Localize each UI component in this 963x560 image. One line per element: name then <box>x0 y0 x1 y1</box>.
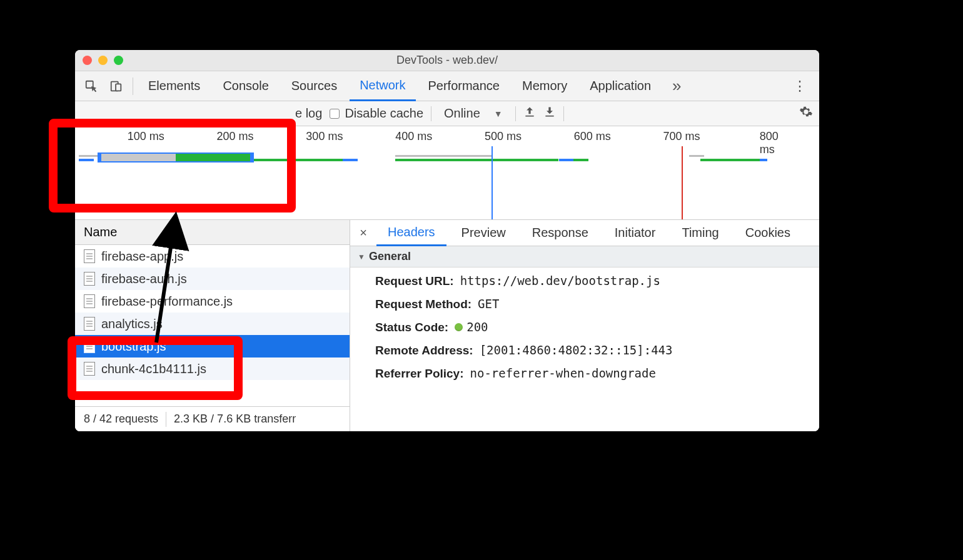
tab-application[interactable]: Application <box>580 71 661 101</box>
gear-icon[interactable] <box>799 105 813 122</box>
status-transfer: 2.3 KB / 7.6 KB transferr <box>174 412 296 426</box>
kv-key: Remote Address: <box>375 344 473 358</box>
detail-tab-response[interactable]: Response <box>521 220 600 246</box>
file-icon <box>84 294 95 308</box>
file-icon <box>84 317 95 331</box>
request-row[interactable]: firebase-auth.js <box>75 268 350 290</box>
close-detail-icon[interactable]: × <box>354 226 373 240</box>
file-icon <box>84 272 95 286</box>
file-icon <box>84 339 95 353</box>
minimize-window-button[interactable] <box>98 56 108 65</box>
zoom-window-button[interactable] <box>114 56 123 65</box>
general-kv-list: Request URL: https://web.dev/bootstrap.j… <box>350 268 819 387</box>
inspect-element-icon[interactable] <box>80 75 103 98</box>
request-row[interactable]: firebase-performance.js <box>75 290 350 312</box>
kv-value: [2001:4860:4802:32::15]:443 <box>480 343 673 357</box>
tab-console[interactable]: Console <box>213 71 278 101</box>
kv-value: https://web.dev/bootstrap.js <box>460 274 660 288</box>
detail-tabs: × Headers Preview Response Initiator Tim… <box>350 220 819 246</box>
request-name: firebase-auth.js <box>101 272 187 286</box>
chevron-down-icon: ▼ <box>494 109 503 119</box>
separator <box>563 106 564 121</box>
download-har-icon[interactable] <box>543 106 556 121</box>
disable-cache-checkbox[interactable]: Disable cache <box>330 106 423 121</box>
traffic-lights <box>83 56 123 65</box>
tick-label: 100 ms <box>128 130 164 143</box>
overview-bars <box>75 146 819 219</box>
status-bar: 8 / 42 requests 2.3 KB / 7.6 KB transfer… <box>75 406 350 431</box>
tab-memory[interactable]: Memory <box>512 71 577 101</box>
section-title: General <box>369 250 411 263</box>
kv-value: 200 <box>455 320 488 334</box>
request-name: bootstrap.js <box>101 339 166 354</box>
separator <box>431 106 431 121</box>
separator <box>515 106 516 121</box>
kv-key: Request URL: <box>375 274 454 288</box>
request-list-pane: Name firebase-app.js firebase-auth.js fi… <box>75 220 350 431</box>
svg-rect-4 <box>545 116 553 117</box>
disable-cache-label: Disable cache <box>345 106 423 121</box>
request-name: analytics.js <box>101 317 163 331</box>
tab-elements[interactable]: Elements <box>138 71 210 101</box>
request-row-selected[interactable]: bootstrap.js <box>75 335 350 358</box>
split-pane: Name firebase-app.js firebase-auth.js fi… <box>75 220 819 431</box>
kv-referrer-policy: Referrer Policy: no-referrer-when-downgr… <box>375 366 807 381</box>
network-toolbar: e log Disable cache Online ▼ <box>75 101 819 126</box>
preserve-log-label-partial: e log <box>295 106 322 121</box>
status-dot-icon <box>455 323 463 331</box>
throttle-select[interactable]: Online ▼ <box>439 106 508 121</box>
close-window-button[interactable] <box>83 56 92 65</box>
svg-rect-3 <box>525 116 533 117</box>
caret-down-icon: ▼ <box>358 252 365 261</box>
detail-tab-initiator[interactable]: Initiator <box>603 220 667 246</box>
more-tabs-icon[interactable]: » <box>666 76 687 96</box>
separator <box>133 78 133 95</box>
tab-network[interactable]: Network <box>350 71 415 101</box>
request-row[interactable]: firebase-app.js <box>75 245 350 268</box>
status-requests: 8 / 42 requests <box>84 412 158 426</box>
device-toolbar-icon[interactable] <box>105 75 128 98</box>
kv-value: GET <box>478 297 499 311</box>
throttle-label: Online <box>444 106 480 121</box>
devtools-window: DevTools - web.dev/ Elements Console Sou… <box>75 50 819 431</box>
upload-har-icon[interactable] <box>523 106 536 121</box>
detail-pane: × Headers Preview Response Initiator Tim… <box>350 220 819 431</box>
kv-key: Status Code: <box>375 321 448 334</box>
detail-tab-cookies[interactable]: Cookies <box>734 220 802 246</box>
kv-value: no-referrer-when-downgrade <box>470 366 656 380</box>
preserve-log-checkbox[interactable]: e log <box>295 106 322 121</box>
tick-label: 700 ms <box>663 130 700 143</box>
kv-request-method: Request Method: GET <box>375 297 807 311</box>
tick-label: 400 ms <box>395 130 432 143</box>
separator <box>166 412 166 427</box>
section-general-header[interactable]: ▼ General <box>350 246 819 268</box>
tick-label: 600 ms <box>574 130 611 143</box>
settings-menu-icon[interactable]: ⋮ <box>785 78 814 94</box>
detail-tab-timing[interactable]: Timing <box>670 220 730 246</box>
window-title: DevTools - web.dev/ <box>75 54 819 67</box>
svg-rect-2 <box>116 84 121 91</box>
tick-label: 300 ms <box>306 130 343 143</box>
file-icon <box>84 362 95 376</box>
kv-status-code: Status Code: 200 <box>375 320 807 334</box>
request-name: firebase-app.js <box>101 249 183 264</box>
kv-remote-address: Remote Address: [2001:4860:4802:32::15]:… <box>375 343 807 358</box>
request-row[interactable]: chunk-4c1b4111.js <box>75 358 350 380</box>
kv-key: Request Method: <box>375 298 471 311</box>
panel-tabs: Elements Console Sources Network Perform… <box>75 71 819 101</box>
detail-tab-preview[interactable]: Preview <box>450 220 517 246</box>
tab-sources[interactable]: Sources <box>281 71 347 101</box>
request-row[interactable]: analytics.js <box>75 312 350 335</box>
request-name: chunk-4c1b4111.js <box>101 362 206 376</box>
tick-label: 200 ms <box>217 130 254 143</box>
request-rows: firebase-app.js firebase-auth.js firebas… <box>75 245 350 406</box>
detail-tab-headers[interactable]: Headers <box>376 220 446 246</box>
column-header-name[interactable]: Name <box>75 220 350 245</box>
status-code-text: 200 <box>466 320 488 334</box>
timeline-overview[interactable]: 100 ms 200 ms 300 ms 400 ms 500 ms 600 m… <box>75 126 819 220</box>
tab-performance[interactable]: Performance <box>418 71 510 101</box>
titlebar: DevTools - web.dev/ <box>75 50 819 71</box>
kv-key: Referrer Policy: <box>375 367 464 381</box>
request-name: firebase-performance.js <box>101 294 233 309</box>
checkbox-icon <box>330 109 340 119</box>
